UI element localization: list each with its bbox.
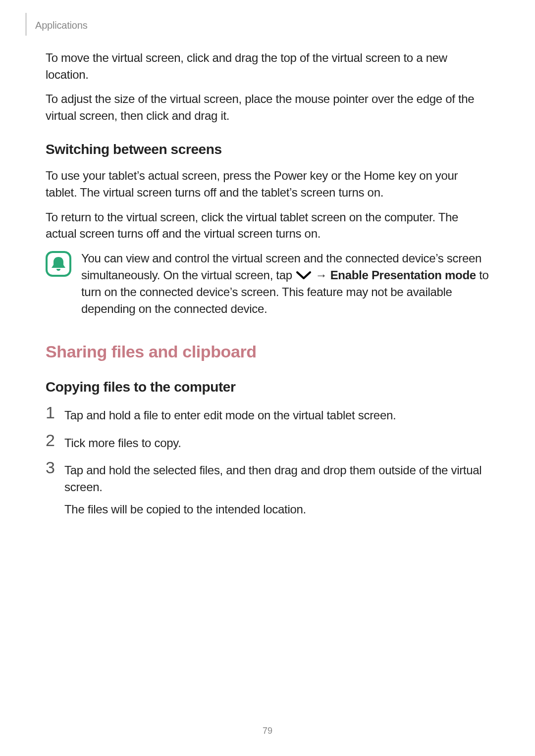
heading-switching-screens: Switching between screens xyxy=(46,142,489,157)
heading-copying-files: Copying files to the computer xyxy=(46,379,489,395)
step-number: 1 xyxy=(46,404,55,421)
note-bold: Enable Presentation mode xyxy=(330,268,476,282)
step-number: 3 xyxy=(46,459,55,476)
step-text-line: Tap and hold the selected files, and the… xyxy=(64,462,489,495)
step-3: 3 Tap and hold the selected files, and t… xyxy=(46,460,489,524)
paragraph: To use your tablet’s actual screen, pres… xyxy=(46,167,489,201)
paragraph: To adjust the size of the virtual screen… xyxy=(46,91,489,124)
page-header: Applications xyxy=(26,13,87,36)
chevron-down-icon xyxy=(296,271,311,280)
step-2: 2 Tick more files to copy. xyxy=(46,433,489,452)
heading-sharing-files: Sharing files and clipboard xyxy=(46,342,489,361)
step-text: Tick more files to copy. xyxy=(64,433,489,452)
note-text: You can view and control the virtual scr… xyxy=(81,250,489,317)
step-text-line: The files will be copied to the intended… xyxy=(64,501,489,518)
header-section-label: Applications xyxy=(35,20,87,31)
note-block: You can view and control the virtual scr… xyxy=(46,250,489,317)
page-content: To move the virtual screen, click and dr… xyxy=(46,50,489,533)
step-text: Tap and hold a file to enter edit mode o… xyxy=(64,405,489,424)
step-number: 2 xyxy=(46,432,55,449)
paragraph: To move the virtual screen, click and dr… xyxy=(46,50,489,83)
header-rule xyxy=(26,13,26,36)
step-text: Tap and hold the selected files, and the… xyxy=(64,460,489,524)
note-arrow: → xyxy=(312,268,330,282)
page-number: 79 xyxy=(0,726,535,736)
step-1: 1 Tap and hold a file to enter edit mode… xyxy=(46,405,489,424)
bell-note-icon xyxy=(46,251,71,277)
paragraph: To return to the virtual screen, click t… xyxy=(46,209,489,242)
